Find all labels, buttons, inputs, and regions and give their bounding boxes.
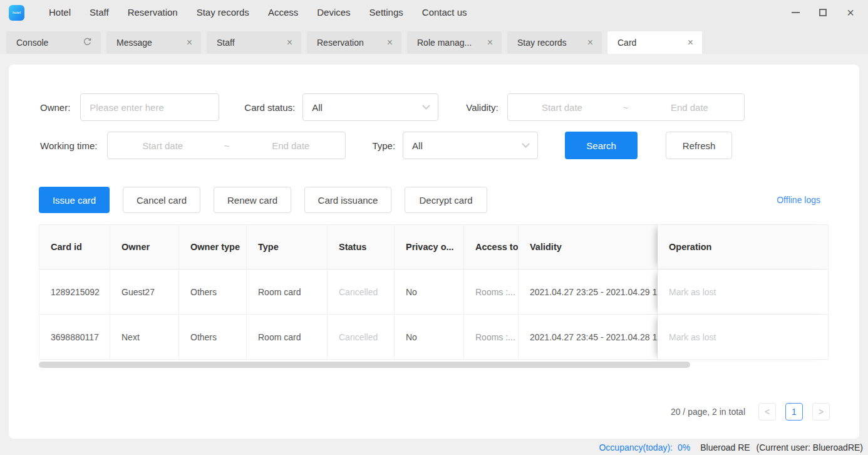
search-button[interactable]: Search [565, 132, 638, 159]
refresh-button[interactable]: Refresh [666, 132, 732, 159]
cell-access-to: Rooms :... [464, 315, 519, 360]
mark-as-lost-link[interactable]: Mark as lost [669, 332, 716, 342]
tab-label: Staff [217, 38, 235, 48]
mark-as-lost-link[interactable]: Mark as lost [669, 287, 716, 297]
menu-item-staff[interactable]: Staff [80, 0, 118, 25]
card-status-select[interactable]: All [302, 93, 438, 121]
range-separator: ~ [616, 102, 635, 113]
minimize-icon [792, 12, 800, 13]
close-icon[interactable]: × [587, 38, 593, 48]
working-end-placeholder: End date [236, 140, 346, 151]
tab-bar: Console Message × Staff × Reservation × … [0, 25, 868, 54]
renew-card-button[interactable]: Renew card [214, 187, 291, 213]
cell-owner: Next [110, 315, 179, 360]
cell-privacy: No [395, 269, 464, 315]
close-icon[interactable]: × [187, 38, 192, 48]
window-controls: × [790, 8, 868, 18]
tab-label: Message [116, 38, 152, 48]
type-select[interactable]: All [403, 132, 538, 159]
validity-range-picker[interactable]: Start date ~ End date [507, 93, 745, 121]
type-label: Type: [372, 140, 395, 151]
type-value: All [412, 140, 423, 151]
working-time-label: Working time: [40, 140, 97, 151]
cancel-card-button[interactable]: Cancel card [123, 187, 200, 213]
maximize-icon [819, 9, 827, 16]
table-row: 1289215092 Guest27 Others Room card Canc… [39, 269, 829, 315]
working-time-range-picker[interactable]: Start date ~ End date [107, 132, 346, 159]
tab-label: Role manag... [417, 38, 472, 48]
close-icon[interactable]: × [487, 38, 493, 48]
card-status-value: All [312, 102, 323, 113]
chevron-down-icon [422, 102, 430, 110]
cell-card-id: 3698880117 [39, 315, 110, 360]
cell-validity: 2021.04.27 23:45 - 2021.04.28 1 [519, 315, 658, 360]
card-page-panel: Owner: Card status: All Validity: Start … [9, 65, 859, 439]
cell-type: Room card [247, 269, 328, 315]
menu-item-reservation[interactable]: Reservation [118, 0, 187, 25]
cell-access-to: Rooms :... [464, 269, 519, 315]
app-logo-icon: hotel [9, 5, 24, 21]
cell-status: Cancelled [328, 315, 395, 360]
cell-status: Cancelled [328, 269, 395, 315]
next-page-button[interactable]: > [812, 403, 830, 421]
decrypt-card-button[interactable]: Decrypt card [405, 187, 487, 213]
column-header-privacy: Privacy o... [395, 224, 464, 269]
maximize-button[interactable] [818, 8, 828, 18]
menu-item-settings[interactable]: Settings [360, 0, 413, 25]
column-header-access-to: Access to [464, 224, 519, 269]
owner-label: Owner: [40, 102, 70, 113]
occupancy-label: Occupancy(today): [599, 442, 673, 452]
menu-item-devices[interactable]: Devices [307, 0, 359, 25]
cell-owner: Guest27 [110, 269, 179, 315]
occupancy-today-link[interactable]: Occupancy(today): 0% [599, 442, 690, 452]
menu-item-access[interactable]: Access [259, 0, 307, 25]
tab-staff[interactable]: Staff × [207, 31, 301, 54]
tab-reservation[interactable]: Reservation × [307, 31, 401, 54]
filter-form: Owner: Card status: All Validity: Start … [9, 65, 859, 159]
owner-input[interactable] [80, 93, 219, 121]
hotel-name: Blueroad RE [700, 442, 750, 452]
pagination: 20 / page, 2 in total < 1 > [9, 403, 830, 421]
cell-owner-type: Others [179, 269, 247, 315]
cell-operation: Mark as lost [658, 315, 829, 360]
page-number-button[interactable]: 1 [785, 403, 803, 421]
tab-message[interactable]: Message × [106, 31, 201, 54]
menu-item-hotel[interactable]: Hotel [39, 0, 80, 25]
close-icon[interactable]: × [287, 38, 292, 48]
column-header-validity: Validity [519, 224, 658, 269]
column-header-operation: Operation [658, 224, 829, 269]
close-icon[interactable]: × [387, 38, 393, 48]
column-header-owner: Owner [110, 224, 179, 269]
card-issuance-button[interactable]: Card issuance [304, 187, 391, 213]
offline-logs-link[interactable]: Offline logs [777, 195, 820, 205]
card-actions-toolbar: Issue card Cancel card Renew card Card i… [39, 187, 829, 213]
tab-console[interactable]: Console [6, 31, 101, 54]
minimize-button[interactable] [790, 8, 800, 18]
cell-card-id: 1289215092 [39, 269, 110, 315]
close-icon[interactable]: × [688, 38, 693, 48]
tab-label: Stay records [517, 38, 567, 48]
menu-item-contact-us[interactable]: Contact us [413, 0, 477, 25]
refresh-icon[interactable] [83, 37, 92, 48]
column-header-type: Type [247, 224, 328, 269]
validity-start-placeholder: Start date [508, 102, 617, 113]
column-header-card-id: Card id [39, 224, 110, 269]
tab-label: Console [16, 38, 48, 48]
issue-card-button[interactable]: Issue card [39, 187, 110, 213]
table-row: 3698880117 Next Others Room card Cancell… [39, 315, 829, 360]
prev-page-button[interactable]: < [758, 403, 776, 421]
tab-stay-records[interactable]: Stay records × [507, 31, 602, 54]
window-title-bar: hotel Hotel Staff Reservation Stay recor… [0, 0, 868, 25]
cell-privacy: No [395, 315, 464, 360]
hotel-info: Blueroad RE (Current user: BlueroadRE) [700, 442, 863, 452]
close-button[interactable]: × [845, 8, 855, 18]
tab-role-management[interactable]: Role manag... × [407, 31, 502, 54]
tab-label: Reservation [317, 38, 364, 48]
chevron-down-icon [522, 140, 530, 148]
working-start-placeholder: Start date [108, 140, 217, 151]
range-separator: ~ [217, 140, 236, 151]
horizontal-scrollbar[interactable] [39, 362, 690, 368]
cell-validity: 2021.04.27 23:25 - 2021.04.29 1 [519, 269, 658, 315]
menu-item-stay-records[interactable]: Stay records [187, 0, 259, 25]
tab-card[interactable]: Card × [607, 31, 702, 54]
